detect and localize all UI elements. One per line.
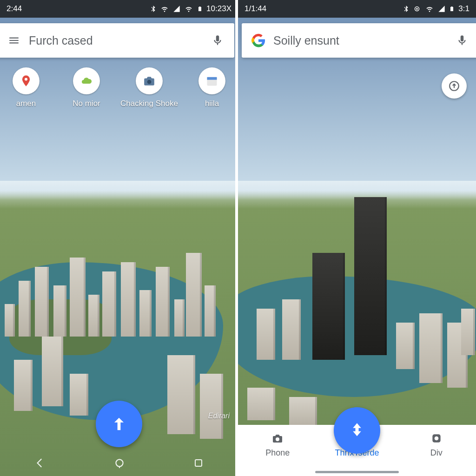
calendar-icon (198, 67, 225, 94)
signal-icon (438, 5, 445, 13)
google-g-icon (249, 33, 268, 47)
phone-right: 1/1:44 3:1 Soilly ensunt (238, 0, 476, 476)
map-3d-backdrop[interactable] (238, 0, 476, 476)
home-indicator[interactable] (315, 471, 399, 473)
svg-rect-4 (207, 77, 217, 80)
svg-rect-0 (199, 8, 201, 11)
tab-div[interactable]: Div (409, 431, 464, 458)
mic-icon[interactable] (453, 33, 471, 48)
svg-point-5 (116, 459, 123, 466)
svg-rect-6 (195, 460, 202, 466)
chip-label: Chacking Shoke (120, 99, 178, 108)
recents-key[interactable] (193, 457, 204, 469)
cloud-icon (73, 67, 100, 94)
android-navbar (0, 450, 238, 476)
status-right-text: 10:23X (206, 4, 231, 13)
suggestion-chips: amen No mior Chacking Shoke hiila (0, 67, 238, 108)
status-bar: 2:44 10:23X (0, 0, 238, 18)
search-input[interactable]: Furch cased (23, 34, 208, 47)
chip-label: amen (16, 99, 36, 108)
svg-point-8 (416, 8, 417, 9)
upload-fab[interactable] (442, 73, 467, 99)
battery-icon (197, 5, 203, 13)
navigate-fab[interactable] (96, 401, 142, 447)
status-time: 2:44 (7, 4, 22, 13)
svg-point-2 (147, 80, 152, 84)
search-input[interactable]: Soilly ensunt (268, 34, 453, 47)
chip-no-mior[interactable]: No mior (63, 67, 110, 108)
chip-label: hiila (205, 99, 219, 108)
mic-icon[interactable] (208, 33, 227, 48)
signal-icon (173, 5, 180, 13)
chip-chacking-shoke[interactable]: Chacking Shoke (124, 67, 175, 108)
phone-left: 2:44 10:23X Furch cased (0, 0, 238, 476)
map-watermark: Edirari (208, 412, 230, 420)
chip-label: No mior (73, 99, 100, 108)
tab-label: Div (430, 448, 443, 458)
search-bar[interactable]: Furch cased (0, 23, 234, 58)
back-key[interactable] (34, 457, 46, 469)
location-icon (413, 5, 421, 13)
status-right-text: 3:1 (458, 4, 469, 13)
lens-icon (430, 431, 443, 445)
hamburger-icon[interactable] (5, 34, 23, 46)
tab-label: Phone (265, 448, 290, 458)
status-bar: 1/1:44 3:1 (238, 0, 476, 18)
bluetooth-icon (403, 5, 409, 13)
chip-hiila[interactable]: hiila (189, 67, 235, 108)
svg-point-12 (434, 436, 438, 441)
tab-phone[interactable]: Phone (250, 431, 305, 458)
bluetooth-icon (150, 5, 156, 13)
wifi-icon (160, 5, 169, 13)
svg-point-10 (276, 437, 279, 441)
camera-icon (136, 67, 163, 94)
svg-point-1 (25, 78, 27, 80)
battery-icon (449, 5, 455, 13)
wifi-icon (184, 5, 193, 13)
navigate-fab[interactable] (334, 407, 380, 454)
status-time: 1/1:44 (245, 4, 266, 13)
search-bar[interactable]: Soilly ensunt (242, 23, 476, 58)
camera-icon (271, 431, 284, 445)
chip-amen[interactable]: amen (3, 67, 49, 108)
wifi-icon (425, 5, 434, 13)
home-key[interactable] (113, 457, 126, 469)
pin-icon (13, 67, 40, 94)
